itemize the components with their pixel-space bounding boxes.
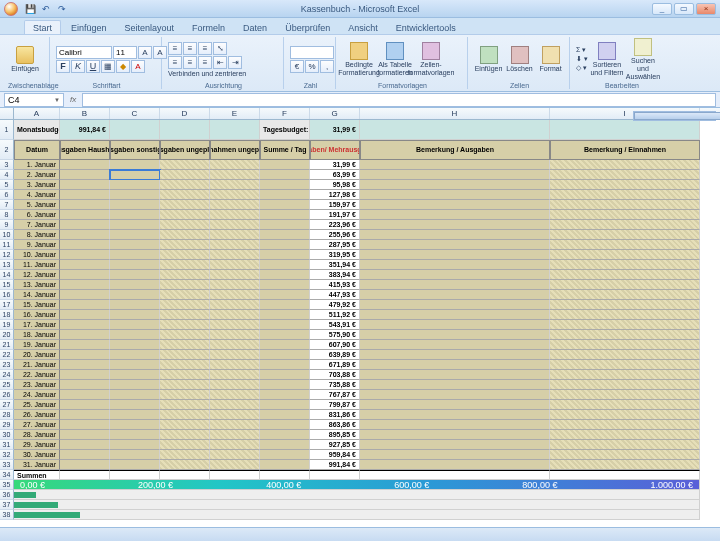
guthaben-cell[interactable]: 511,92 €: [310, 310, 360, 320]
row-header[interactable]: 30: [0, 430, 14, 440]
cell[interactable]: [60, 410, 110, 420]
cell[interactable]: [360, 240, 550, 250]
guthaben-cell[interactable]: 383,94 €: [310, 270, 360, 280]
cell[interactable]: [110, 460, 160, 470]
office-orb[interactable]: [4, 2, 18, 16]
comma-icon[interactable]: ,: [320, 60, 334, 73]
cell[interactable]: [110, 370, 160, 380]
cell[interactable]: [210, 260, 260, 270]
cell[interactable]: [160, 280, 210, 290]
row-header[interactable]: 37: [0, 500, 14, 510]
redo-icon[interactable]: ↷: [56, 3, 68, 15]
cell[interactable]: [110, 430, 160, 440]
row-header[interactable]: 12: [0, 250, 14, 260]
row-header[interactable]: 33: [0, 460, 14, 470]
paste-button[interactable]: Einfügen: [8, 46, 42, 73]
find-select-button[interactable]: Suchen und Auswählen: [626, 38, 660, 81]
hdr-einnahmen-ungeplant[interactable]: Einnahmen ungeplant: [210, 140, 260, 160]
guthaben-cell[interactable]: 543,91 €: [310, 320, 360, 330]
row-header[interactable]: 27: [0, 400, 14, 410]
cell[interactable]: [160, 170, 210, 180]
cell[interactable]: [260, 280, 310, 290]
date-cell[interactable]: 31. Januar: [14, 460, 60, 470]
cell[interactable]: [210, 360, 260, 370]
cell[interactable]: [210, 190, 260, 200]
tab-entwicklertools[interactable]: Entwicklertools: [388, 21, 464, 34]
cell[interactable]: [550, 250, 700, 260]
align-right-icon[interactable]: ≡: [198, 56, 212, 69]
cell[interactable]: [260, 400, 310, 410]
date-cell[interactable]: 12. Januar: [14, 270, 60, 280]
cell[interactable]: [360, 170, 550, 180]
date-cell[interactable]: 1. Januar: [14, 160, 60, 170]
cell[interactable]: [160, 290, 210, 300]
cell[interactable]: [550, 290, 700, 300]
row-header[interactable]: 23: [0, 360, 14, 370]
cell[interactable]: [60, 290, 110, 300]
align-bottom-icon[interactable]: ≡: [198, 42, 212, 55]
guthaben-cell[interactable]: 607,90 €: [310, 340, 360, 350]
date-cell[interactable]: 14. Januar: [14, 290, 60, 300]
font-color-button[interactable]: A: [131, 60, 145, 73]
date-cell[interactable]: 18. Januar: [14, 330, 60, 340]
cell[interactable]: [110, 420, 160, 430]
cell[interactable]: [160, 270, 210, 280]
cell[interactable]: [360, 380, 550, 390]
row-header[interactable]: 11: [0, 240, 14, 250]
italic-button[interactable]: K: [71, 60, 85, 73]
cell[interactable]: [60, 310, 110, 320]
underline-button[interactable]: U: [86, 60, 100, 73]
cell[interactable]: [550, 390, 700, 400]
guthaben-cell[interactable]: 959,84 €: [310, 450, 360, 460]
date-cell[interactable]: 22. Januar: [14, 370, 60, 380]
cell[interactable]: [260, 430, 310, 440]
cell[interactable]: [60, 400, 110, 410]
cell[interactable]: [260, 340, 310, 350]
number-format-combo[interactable]: [290, 46, 334, 59]
row-header[interactable]: 31: [0, 440, 14, 450]
cell[interactable]: [110, 390, 160, 400]
cell[interactable]: [210, 270, 260, 280]
align-left-icon[interactable]: ≡: [168, 56, 182, 69]
cell[interactable]: [550, 300, 700, 310]
cell[interactable]: [210, 160, 260, 170]
cell[interactable]: [60, 340, 110, 350]
cell[interactable]: [360, 160, 550, 170]
col-D[interactable]: D: [160, 108, 210, 119]
cell[interactable]: [310, 470, 360, 480]
cell[interactable]: [110, 330, 160, 340]
cell[interactable]: [110, 200, 160, 210]
cell[interactable]: [210, 420, 260, 430]
cell[interactable]: [360, 340, 550, 350]
border-button[interactable]: ▦: [101, 60, 115, 73]
cell[interactable]: [110, 210, 160, 220]
cell[interactable]: [210, 320, 260, 330]
date-cell[interactable]: 21. Januar: [14, 360, 60, 370]
cell[interactable]: [160, 220, 210, 230]
date-cell[interactable]: 3. Januar: [14, 180, 60, 190]
cell[interactable]: [550, 330, 700, 340]
guthaben-cell[interactable]: 351,94 €: [310, 260, 360, 270]
cell[interactable]: [550, 120, 700, 140]
cell[interactable]: [110, 320, 160, 330]
formula-input[interactable]: [82, 93, 716, 107]
cell[interactable]: [210, 460, 260, 470]
cell[interactable]: [110, 220, 160, 230]
cell[interactable]: [110, 380, 160, 390]
cell[interactable]: [210, 240, 260, 250]
cell[interactable]: [550, 260, 700, 270]
cell[interactable]: [550, 360, 700, 370]
cell[interactable]: [60, 250, 110, 260]
date-cell[interactable]: 13. Januar: [14, 280, 60, 290]
guthaben-cell[interactable]: 639,89 €: [310, 350, 360, 360]
cell[interactable]: [360, 460, 550, 470]
cell[interactable]: [260, 320, 310, 330]
hdr-datum[interactable]: Datum: [14, 140, 60, 160]
cell[interactable]: [260, 410, 310, 420]
cell[interactable]: [60, 170, 110, 180]
cell[interactable]: [550, 470, 700, 480]
cell[interactable]: [210, 310, 260, 320]
cell[interactable]: [360, 450, 550, 460]
col-E[interactable]: E: [210, 108, 260, 119]
fill-color-button[interactable]: ◆: [116, 60, 130, 73]
